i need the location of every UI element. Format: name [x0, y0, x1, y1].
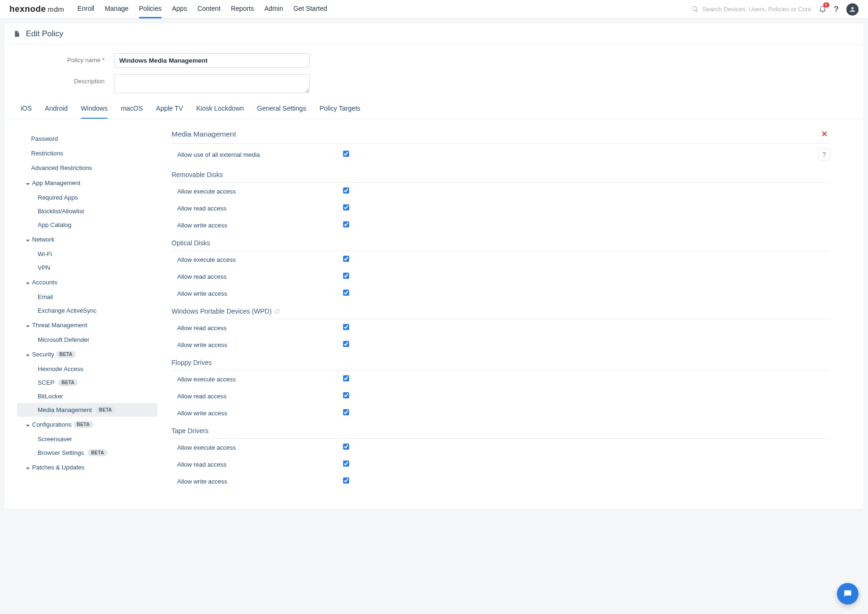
setting-checkbox[interactable] [343, 341, 349, 348]
close-icon[interactable]: ✕ [819, 129, 830, 138]
info-icon[interactable]: ⓘ [274, 308, 279, 315]
sidebar-group-threat-management[interactable]: Threat Management [14, 317, 160, 333]
topnav-item-content[interactable]: Content [197, 0, 221, 18]
chevron-down-icon [25, 181, 30, 186]
platform-tab-general-settings[interactable]: General Settings [257, 100, 306, 119]
setting-row: Allow read access [172, 388, 830, 404]
sidebar-group-app-management[interactable]: App Management [14, 175, 160, 191]
sidebar-item-bitlocker[interactable]: BitLocker [14, 389, 160, 403]
sidebar-item-required-apps[interactable]: Required Apps [14, 191, 160, 204]
sidebar-group-security[interactable]: SecurityBETA [14, 347, 160, 362]
policy-name-label: Policy name * [15, 53, 114, 64]
setting-checkbox[interactable] [343, 477, 349, 485]
setting-checkbox[interactable] [343, 204, 349, 212]
topnav-item-enroll[interactable]: Enroll [77, 0, 94, 18]
setting-checkbox[interactable] [343, 221, 349, 229]
topnav-item-policies[interactable]: Policies [139, 0, 162, 18]
user-avatar[interactable] [846, 3, 859, 16]
sidebar-item-blocklist-allowlist[interactable]: Blocklist/Allowlist [14, 204, 160, 218]
setting-checkbox[interactable] [343, 256, 349, 263]
sidebar-item-advanced-restrictions[interactable]: Advanced Restrictions [14, 161, 160, 175]
sidebar-item-vpn[interactable]: VPN [14, 261, 160, 275]
sidebar-item-email[interactable]: Email [14, 290, 160, 304]
setting-checkbox[interactable] [343, 375, 349, 383]
setting-checkbox[interactable] [343, 392, 349, 400]
sidebar-group-network[interactable]: Network [14, 232, 160, 247]
sidebar-item-wi-fi[interactable]: Wi-Fi [14, 247, 160, 261]
help-button[interactable]: ? [834, 5, 839, 14]
setting-row: Allow write access [172, 404, 830, 421]
platform-tab-kiosk-lockdown[interactable]: Kiosk Lockdown [196, 100, 244, 119]
platform-tab-android[interactable]: Android [45, 100, 67, 119]
sidebar-item-browser-settings[interactable]: Browser SettingsBETA [14, 446, 160, 460]
sidebar-item-hexnode-access[interactable]: Hexnode Access [14, 362, 160, 376]
setting-row: Allow execute access [172, 439, 830, 456]
policy-form: Policy name * Description [5, 45, 863, 93]
topnav-item-get-started[interactable]: Get Started [294, 0, 328, 18]
beta-badge: BETA [96, 406, 115, 413]
topnav-item-reports[interactable]: Reports [231, 0, 254, 18]
sidebar-item-exchange-activesync[interactable]: Exchange ActiveSync [14, 304, 160, 317]
setting-checkbox[interactable] [343, 273, 349, 280]
platform-tab-macos[interactable]: macOS [121, 100, 143, 119]
topnav-item-apps[interactable]: Apps [172, 0, 187, 18]
setting-row: Allow write access [172, 217, 830, 234]
sidebar-group-label: Threat Management [32, 322, 87, 329]
platform-tab-ios[interactable]: iOS [21, 100, 32, 119]
sidebar-item-label: Microsoft Defender [38, 336, 90, 343]
section-title: Removable Disks [172, 171, 223, 178]
top-nav: EnrollManagePoliciesAppsContentReportsAd… [77, 0, 327, 18]
setting-checkbox[interactable] [343, 444, 349, 451]
topnav-item-manage[interactable]: Manage [105, 0, 129, 18]
setting-label: Allow execute access [172, 444, 341, 451]
sidebar-item-label: BitLocker [38, 393, 63, 400]
notifications-button[interactable]: 6 [819, 5, 827, 14]
policy-desc-label: Description [15, 74, 114, 85]
setting-checkbox[interactable] [343, 290, 349, 297]
sidebar-item-password[interactable]: Password [14, 131, 160, 146]
brand-logo: hexnodemdm [9, 4, 64, 14]
brand-suffix: mdm [48, 5, 65, 13]
setting-checkbox[interactable] [343, 409, 349, 417]
sidebar-group-patches-updates[interactable]: Patches & Updates [14, 460, 160, 475]
setting-checkbox[interactable] [343, 187, 349, 195]
sidebar-item-restrictions[interactable]: Restrictions [14, 146, 160, 161]
sidebar-item-microsoft-defender[interactable]: Microsoft Defender [14, 333, 160, 347]
setting-row: Allow execute access [172, 371, 830, 388]
setting-row: Allow read access [172, 456, 830, 473]
platform-tab-apple-tv[interactable]: Apple TV [156, 100, 183, 119]
setting-checkbox[interactable] [343, 324, 349, 331]
global-search[interactable] [692, 6, 811, 13]
setting-row: Allow write access [172, 473, 830, 490]
sidebar-item-label: Required Apps [38, 194, 78, 201]
platform-tab-policy-targets[interactable]: Policy Targets [319, 100, 360, 119]
sidebar-item-media-management[interactable]: Media ManagementBETA [17, 403, 157, 417]
policy-content: Media Management ✕ Allow use of all exte… [172, 128, 854, 490]
setting-checkbox[interactable] [343, 460, 349, 468]
setting-row: Allow write access [172, 285, 830, 302]
sidebar-item-app-catalog[interactable]: App Catalog [14, 218, 160, 232]
setting-help-button[interactable]: ? [818, 148, 830, 161]
policy-desc-input[interactable] [114, 74, 310, 93]
chevron-down-icon [25, 237, 30, 242]
platform-tab-windows[interactable]: Windows [81, 100, 108, 119]
notification-badge: 6 [823, 2, 829, 8]
setting-row: Allow read access [172, 200, 830, 217]
page-title-bar: Edit Policy [5, 24, 863, 45]
global-setting-row: Allow use of all external media ? [172, 144, 830, 165]
topnav-item-admin[interactable]: Admin [264, 0, 283, 18]
sidebar-group-accounts[interactable]: Accounts [14, 275, 160, 290]
setting-label: Allow read access [172, 461, 341, 468]
top-bar: hexnodemdm EnrollManagePoliciesAppsConte… [0, 0, 868, 19]
beta-badge: BETA [58, 379, 78, 386]
sidebar-item-screensaver[interactable]: Screensaver [14, 432, 160, 446]
sidebar-item-scep[interactable]: SCEPBETA [14, 376, 160, 389]
chevron-down-icon [25, 465, 30, 470]
sidebar-group-configurations[interactable]: ConfigurationsBETA [14, 417, 160, 432]
policy-name-row: Policy name * [15, 53, 853, 68]
sidebar-item-label: Blocklist/Allowlist [38, 208, 84, 215]
global-setting-checkbox[interactable] [343, 151, 349, 158]
policy-name-input[interactable] [114, 53, 310, 68]
sidebar-item-label: VPN [38, 264, 50, 271]
search-input[interactable] [703, 6, 811, 13]
